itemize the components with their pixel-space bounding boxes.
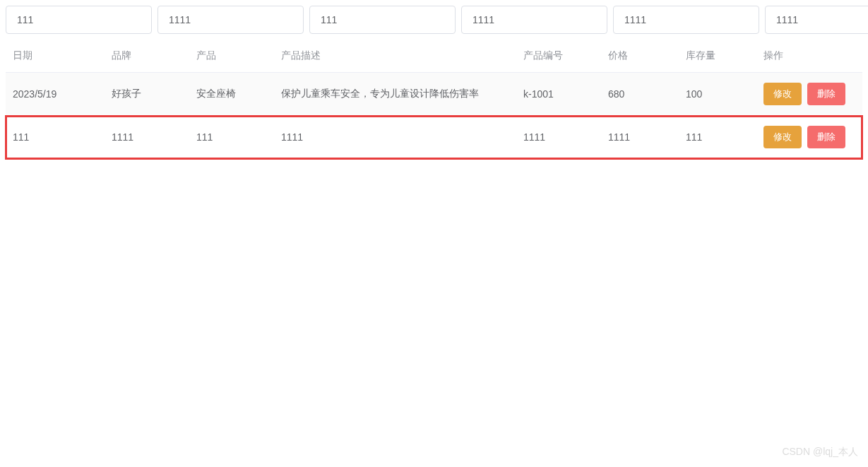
cell-description: 保护儿童乘车安全，专为儿童设计降低伤害率 — [274, 73, 516, 116]
header-date: 日期 — [6, 40, 105, 73]
input-product[interactable] — [309, 6, 456, 34]
cell-product: 安全座椅 — [189, 73, 274, 116]
input-price[interactable] — [765, 6, 868, 34]
table-header-row: 日期 品牌 产品 产品描述 产品编号 价格 库存量 操作 — [6, 40, 862, 73]
header-product: 产品 — [189, 40, 274, 73]
delete-button[interactable]: 删除 — [807, 83, 845, 105]
cell-code: 1111 — [516, 116, 601, 159]
cell-description: 1111 — [274, 116, 516, 159]
cell-actions: 修改删除 — [756, 73, 862, 116]
header-brand: 品牌 — [105, 40, 189, 73]
edit-button[interactable]: 修改 — [763, 126, 802, 148]
input-form-row: 添加 — [6, 6, 862, 34]
header-actions: 操作 — [756, 40, 862, 73]
header-description: 产品描述 — [274, 40, 516, 73]
cell-date: 2023/5/19 — [6, 73, 105, 116]
cell-price: 680 — [601, 73, 679, 116]
cell-stock: 100 — [679, 73, 756, 116]
input-brand[interactable] — [157, 6, 304, 34]
edit-button[interactable]: 修改 — [763, 83, 802, 105]
input-code[interactable] — [613, 6, 759, 34]
header-stock: 库存量 — [679, 40, 756, 73]
input-date[interactable] — [6, 6, 152, 34]
table-row: 1111111111111111111111111修改删除 — [6, 116, 862, 159]
data-table: 日期 品牌 产品 产品描述 产品编号 价格 库存量 操作 2023/5/19好孩… — [6, 40, 862, 159]
header-code: 产品编号 — [516, 40, 601, 73]
table-row: 2023/5/19好孩子安全座椅保护儿童乘车安全，专为儿童设计降低伤害率k-10… — [6, 73, 862, 116]
cell-product: 111 — [189, 116, 274, 159]
cell-date: 111 — [6, 116, 105, 159]
cell-actions: 修改删除 — [756, 116, 862, 159]
cell-stock: 111 — [679, 116, 756, 159]
input-description[interactable] — [461, 6, 607, 34]
cell-code: k-1001 — [516, 73, 601, 116]
cell-brand: 好孩子 — [105, 73, 189, 116]
cell-price: 1111 — [601, 116, 679, 159]
header-price: 价格 — [601, 40, 679, 73]
cell-brand: 1111 — [105, 116, 189, 159]
delete-button[interactable]: 删除 — [807, 126, 845, 148]
